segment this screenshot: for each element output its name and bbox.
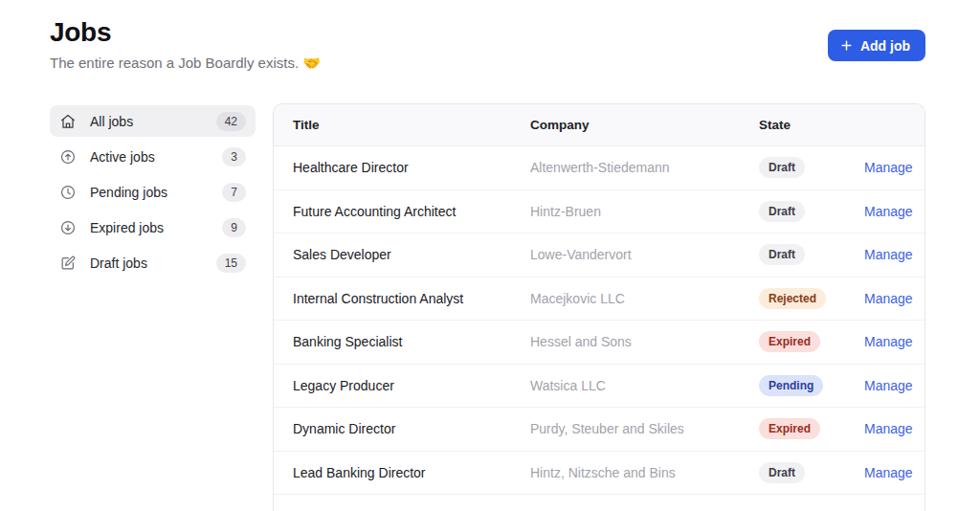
- job-title: Sales Developer: [293, 247, 530, 262]
- state-badge: Draft: [759, 244, 805, 265]
- table-row: Dynamic Director Purdy, Steuber and Skil…: [274, 408, 924, 452]
- column-header-state: State: [759, 118, 864, 132]
- sidebar-item-count-badge: 15: [216, 254, 246, 273]
- jobs-table: Title Company State Healthcare Director …: [273, 103, 925, 511]
- table-row: Healthcare Director Altenwerth-Stiedeman…: [274, 146, 924, 190]
- sidebar-item-count-badge: 9: [222, 218, 246, 237]
- clock-icon: [59, 184, 77, 201]
- state-badge: Draft: [759, 157, 805, 178]
- manage-link[interactable]: Manage: [864, 204, 913, 219]
- job-company: Hessel and Sons: [530, 334, 759, 349]
- handshake-emoji-icon: 🤝: [302, 55, 321, 71]
- manage-link[interactable]: Manage: [864, 421, 913, 436]
- table-row: Future Accounting Architect Hintz-Bruen …: [274, 190, 924, 234]
- job-state-cell: Draft: [759, 462, 864, 483]
- column-header-company: Company: [530, 118, 759, 132]
- state-badge: Expired: [759, 418, 820, 439]
- job-company: Lowe-Vandervort: [530, 247, 759, 262]
- manage-link[interactable]: Manage: [864, 378, 913, 393]
- job-company: Watsica LLC: [530, 378, 759, 393]
- sidebar-item-count-badge: 3: [222, 147, 246, 167]
- sidebar-item-pending-jobs[interactable]: Pending jobs 7: [50, 176, 256, 208]
- manage-link[interactable]: Manage: [864, 334, 913, 349]
- page-header: Jobs The entire reason a Job Boardly exi…: [50, 17, 321, 72]
- sidebar: All jobs 42 Active jobs 3 Pending jobs 7…: [50, 105, 256, 282]
- sidebar-item-all-jobs[interactable]: All jobs 42: [50, 105, 256, 137]
- job-actions-cell: Manage: [864, 377, 913, 394]
- home-icon: [59, 113, 77, 130]
- jobs-page: Jobs The entire reason a Job Boardly exi…: [0, 0, 980, 511]
- state-badge: Expired: [759, 331, 820, 352]
- job-title: Future Accounting Architect: [293, 204, 530, 219]
- table-row: Sales Developer Lowe-Vandervort Draft Ma…: [274, 233, 924, 278]
- sidebar-item-label: All jobs: [90, 114, 216, 129]
- arrow-up-circle-icon: [59, 148, 77, 166]
- job-state-cell: Draft: [759, 201, 864, 222]
- table-body: Healthcare Director Altenwerth-Stiedeman…: [274, 146, 924, 511]
- job-state-cell: Expired: [759, 418, 864, 439]
- page-subtitle-text: The entire reason a Job Boardly exists.: [50, 55, 299, 71]
- manage-link[interactable]: Manage: [864, 160, 913, 175]
- sidebar-item-label: Pending jobs: [90, 185, 222, 200]
- job-state-cell: Draft: [759, 157, 864, 178]
- job-title: Internal Construction Analyst: [293, 291, 530, 306]
- arrow-down-circle-icon: [59, 219, 77, 236]
- job-state-cell: Draft: [759, 244, 864, 265]
- sidebar-item-label: Draft jobs: [90, 256, 216, 271]
- table-header-row: Title Company State: [274, 104, 924, 146]
- job-state-cell: Pending: [759, 375, 864, 396]
- state-badge: Draft: [759, 462, 805, 483]
- state-badge: Pending: [759, 375, 823, 396]
- table-row: Internal Construction Analyst Macejkovic…: [274, 278, 924, 322]
- plus-icon: [839, 38, 854, 53]
- sidebar-item-count-badge: 42: [216, 112, 246, 131]
- sidebar-item-expired-jobs[interactable]: Expired jobs 9: [50, 211, 256, 243]
- sidebar-item-active-jobs[interactable]: Active jobs 3: [50, 141, 256, 172]
- sidebar-item-count-badge: 7: [222, 183, 246, 202]
- job-actions-cell: Manage: [864, 290, 913, 307]
- sidebar-item-draft-jobs[interactable]: Draft jobs 15: [50, 247, 256, 278]
- job-state-cell: Rejected: [759, 288, 864, 309]
- job-actions-cell: Manage: [864, 159, 913, 176]
- pencil-square-icon: [59, 255, 77, 272]
- job-company: Hintz, Nitzsche and Bins: [530, 465, 759, 480]
- job-actions-cell: Manage: [864, 246, 913, 263]
- add-job-button[interactable]: Add job: [828, 30, 925, 61]
- manage-link[interactable]: Manage: [864, 291, 913, 306]
- job-actions-cell: Manage: [864, 464, 913, 481]
- table-row: Banking Specialist Hessel and Sons Expir…: [274, 321, 924, 365]
- job-company: Altenwerth-Stiedemann: [530, 160, 759, 175]
- manage-link[interactable]: Manage: [864, 465, 913, 480]
- job-state-cell: Expired: [759, 331, 864, 352]
- job-title: Dynamic Director: [293, 421, 530, 436]
- state-badge: Draft: [759, 201, 805, 222]
- job-company: Macejkovic LLC: [530, 291, 759, 306]
- column-header-title: Title: [293, 118, 530, 132]
- page-subtitle: The entire reason a Job Boardly exists. …: [50, 55, 321, 72]
- page-title: Jobs: [50, 17, 321, 48]
- job-actions-cell: Manage: [864, 420, 913, 437]
- job-company: Purdy, Steuber and Skiles: [530, 421, 759, 436]
- job-company: Hintz-Bruen: [530, 204, 759, 219]
- job-title: Legacy Producer: [293, 378, 530, 393]
- table-row: Lead Banking Director Hintz, Nitzsche an…: [274, 452, 924, 496]
- job-title: Banking Specialist: [293, 334, 530, 349]
- job-actions-cell: Manage: [864, 203, 913, 220]
- manage-link[interactable]: Manage: [864, 247, 913, 262]
- table-row: Legacy Producer Watsica LLC Pending Mana…: [274, 365, 924, 409]
- sidebar-item-label: Expired jobs: [90, 220, 222, 235]
- job-title: Healthcare Director: [293, 160, 530, 175]
- job-title: Lead Banking Director: [293, 465, 530, 480]
- state-badge: Rejected: [759, 288, 826, 309]
- table-row: [274, 495, 924, 511]
- sidebar-item-label: Active jobs: [90, 149, 222, 165]
- add-job-label: Add job: [860, 38, 910, 54]
- job-actions-cell: Manage: [864, 333, 913, 350]
